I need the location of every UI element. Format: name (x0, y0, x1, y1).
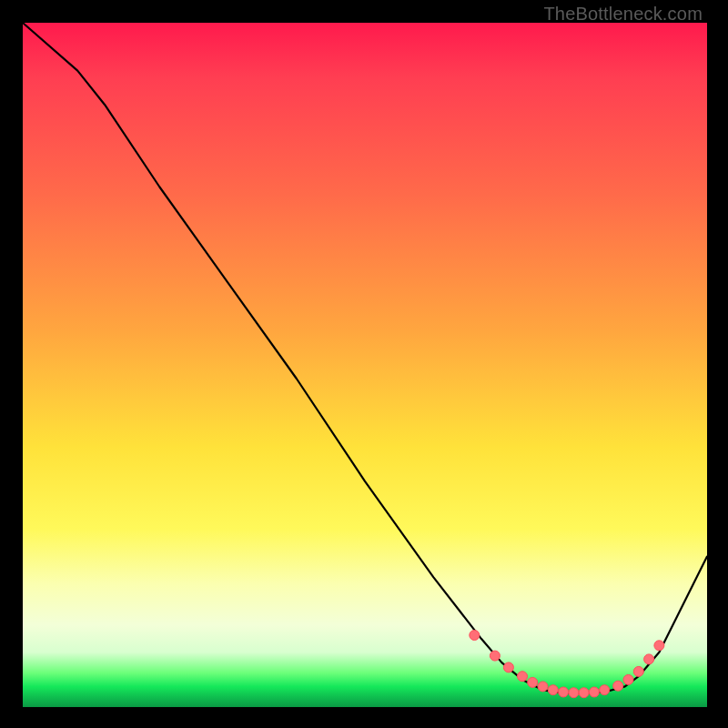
bottleneck-curve (23, 23, 707, 693)
optimal-dot (600, 685, 610, 695)
optimal-dot (490, 651, 500, 661)
optimal-dots-group (470, 631, 664, 698)
optimal-dot (633, 666, 643, 676)
optimal-dot (518, 672, 528, 682)
optimal-dot (654, 641, 664, 651)
optimal-dot (623, 674, 633, 684)
optimal-dot (579, 688, 589, 698)
optimal-dot (644, 654, 654, 664)
optimal-dot (538, 682, 548, 692)
watermark-text: TheBottleneck.com (543, 4, 703, 25)
optimal-dot (528, 677, 538, 687)
chart-frame: TheBottleneck.com (0, 0, 728, 728)
optimal-dot (470, 631, 480, 641)
curve-overlay (23, 23, 707, 707)
optimal-dot (548, 685, 558, 695)
optimal-dot (589, 687, 599, 697)
optimal-dot (503, 662, 513, 672)
optimal-dot (613, 681, 623, 691)
optimal-dot (559, 687, 569, 697)
optimal-dot (569, 688, 579, 698)
